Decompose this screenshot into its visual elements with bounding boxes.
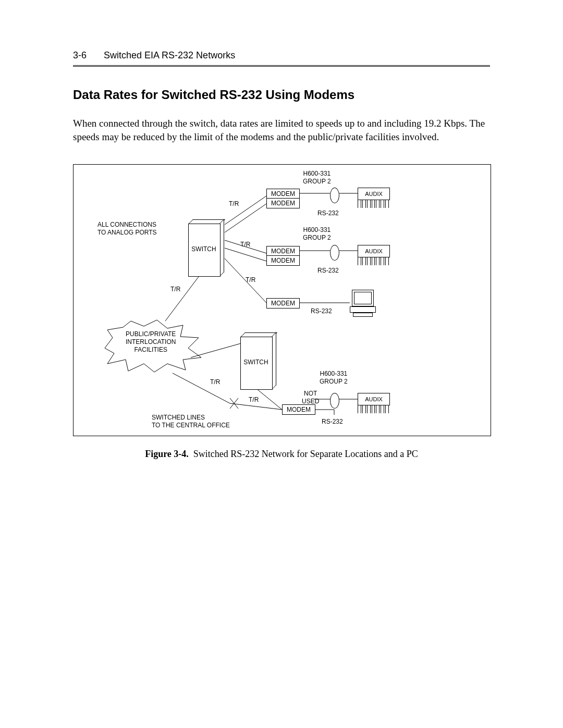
page-number: 3-6 — [73, 50, 87, 61]
svg-line-12 — [230, 403, 282, 410]
modem-box-3: MODEM — [266, 298, 300, 309]
label-cloud: PUBLIC/PRIVATE INTERLOCATION FACILITIES — [126, 330, 176, 354]
label-tr-1: T/R — [229, 200, 239, 208]
label-switched-lines: SWITCHED LINES TO THE CENTRAL OFFICE — [152, 414, 230, 429]
pc-icon — [350, 290, 376, 316]
body-paragraph: When connected through the switch, data … — [73, 117, 490, 143]
running-title: Switched EIA RS-232 Networks — [104, 50, 235, 60]
switch-1-label: SWITCH — [188, 245, 219, 253]
label-h600-2: H600-331 GROUP 2 — [303, 226, 331, 242]
audix-2-label: AUDIX — [358, 245, 390, 257]
label-rs232-1: RS-232 — [317, 209, 339, 217]
running-header: 3-6 Switched EIA RS-232 Networks — [73, 50, 490, 61]
audix-3-icon: AUDIX — [358, 393, 389, 414]
label-h600-3: H600-331 GROUP 2 — [320, 370, 348, 386]
svg-line-8 — [165, 277, 199, 321]
svg-line-3 — [225, 248, 266, 261]
figure-caption-label: Figure 3-4. — [145, 449, 189, 459]
modem-box-2a: MODEM — [266, 246, 300, 256]
audix-3-label: AUDIX — [358, 393, 390, 405]
label-h600-1: H600-331 GROUP 2 — [303, 170, 331, 186]
label-tr-5: T/R — [210, 378, 220, 386]
switch-2-icon: SWITCH — [240, 332, 277, 390]
label-tr-6: T/R — [249, 396, 259, 404]
label-tr-2: T/R — [240, 241, 250, 249]
switch-1-icon: SWITCH — [188, 219, 225, 277]
svg-line-11 — [173, 373, 230, 403]
audix-2-icon: AUDIX — [358, 245, 389, 266]
label-tr-3: T/R — [246, 276, 255, 284]
label-not-used: NOT USED — [302, 390, 319, 405]
page: 3-6 Switched EIA RS-232 Networks Data Ra… — [0, 0, 563, 728]
label-rs232-3: RS-232 — [311, 307, 332, 315]
modem-box-1b: MODEM — [266, 198, 300, 208]
figure-caption: Figure 3-4. Switched RS-232 Network for … — [73, 449, 490, 460]
label-rs232-2: RS-232 — [317, 267, 339, 275]
figure-box: ALL CONNECTIONS TO ANALOG PORTS SWITCH T… — [73, 164, 491, 436]
modem-box-4: MODEM — [282, 404, 315, 415]
header-rule — [73, 65, 490, 67]
switch-2-label: SWITCH — [240, 359, 272, 366]
audix-1-label: AUDIX — [358, 188, 390, 200]
label-rs232-4: RS-232 — [322, 418, 343, 426]
modem-box-1a: MODEM — [266, 189, 300, 199]
audix-1-icon: AUDIX — [358, 188, 389, 208]
label-all-connections: ALL CONNECTIONS TO ANALOG PORTS — [97, 221, 157, 237]
section-heading: Data Rates for Switched RS-232 Using Mod… — [73, 88, 490, 102]
figure-caption-text: Switched RS-232 Network for Separate Loc… — [193, 449, 418, 459]
modem-box-2b: MODEM — [266, 255, 300, 266]
svg-line-1 — [225, 204, 266, 232]
content-area: 3-6 Switched EIA RS-232 Networks Data Ra… — [73, 50, 490, 460]
label-tr-4: T/R — [170, 286, 180, 293]
